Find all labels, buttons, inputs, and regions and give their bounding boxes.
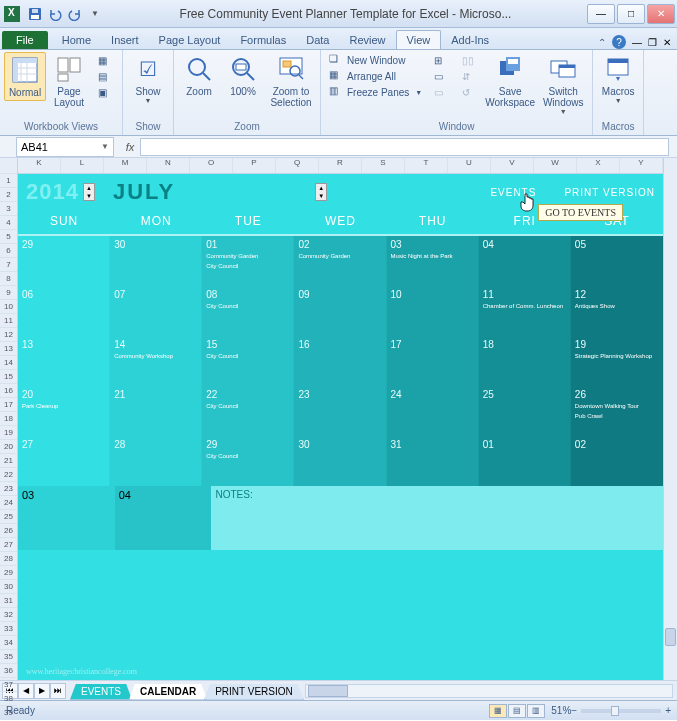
hscroll-thumb[interactable] [308,685,348,697]
zoom-button[interactable]: Zoom [178,52,220,99]
calendar-cell[interactable]: 13 [18,336,110,386]
calendar-cell[interactable]: 27 [18,436,110,486]
column-header[interactable]: V [491,158,534,173]
calendar-cell[interactable]: 04 [115,486,212,550]
year-spinner[interactable]: ▲▼ [83,183,95,201]
column-header[interactable]: Y [620,158,663,173]
tab-data[interactable]: Data [296,31,339,49]
qat-dropdown-icon[interactable]: ▼ [86,5,104,23]
reset-window-button[interactable]: ↺ [458,86,480,102]
view-page-break-button[interactable]: ▥ [527,704,545,718]
column-header[interactable]: M [104,158,147,173]
column-header[interactable]: O [190,158,233,173]
calendar-cell[interactable]: 18 [479,336,571,386]
zoom-out-button[interactable]: − [571,705,577,716]
row-header[interactable]: 30 [0,580,17,594]
tab-insert[interactable]: Insert [101,31,149,49]
row-header[interactable]: 1 [0,174,17,188]
name-box[interactable]: AB41 ▼ [16,137,114,157]
help-icon[interactable]: ? [612,35,626,49]
hide-button[interactable]: ▭ [430,70,452,86]
row-header[interactable]: 33 [0,622,17,636]
custom-views-button[interactable]: ▤ [94,70,116,86]
calendar-cell[interactable]: 11Chamber of Comm. Luncheon [479,286,571,336]
calendar-cell[interactable]: 07 [110,286,202,336]
calendar-cell[interactable]: 24 [387,386,479,436]
row-header[interactable]: 26 [0,524,17,538]
full-screen-button[interactable]: ▣ [94,86,116,102]
row-header[interactable]: 16 [0,384,17,398]
row-header[interactable]: 19 [0,426,17,440]
calendar-cell[interactable]: 21 [110,386,202,436]
row-header[interactable]: 4 [0,216,17,230]
tab-file[interactable]: File [2,31,48,49]
switch-windows-button[interactable]: Switch Windows ▼ [538,52,588,117]
doc-restore-button[interactable]: ❐ [648,37,657,48]
row-header[interactable]: 17 [0,398,17,412]
view-side-by-side-button[interactable]: ▯▯ [458,54,480,70]
row-header[interactable]: 12 [0,328,17,342]
tab-home[interactable]: Home [52,31,101,49]
calendar-cell[interactable]: 25 [479,386,571,436]
view-normal-button[interactable]: ▦ [489,704,507,718]
row-header[interactable]: 38 [0,692,17,706]
calendar-cell[interactable]: 01 [479,436,571,486]
calendar-cell[interactable]: 06 [18,286,110,336]
tab-nav-last[interactable]: ⏭ [50,683,66,699]
notes-area[interactable]: NOTES: [211,486,663,550]
row-header[interactable]: 25 [0,510,17,524]
zoom-slider[interactable] [581,709,661,713]
calendar-cell[interactable]: 22City Council [202,386,294,436]
row-header[interactable]: 3 [0,202,17,216]
calendar-cell[interactable]: 03Music Night at the Park [387,236,479,286]
calendar-cell[interactable]: 09 [294,286,386,336]
print-version-link[interactable]: PRINT VERSION [564,187,655,198]
row-header[interactable] [0,158,17,174]
calendar-cell[interactable]: 30 [294,436,386,486]
name-box-dropdown-icon[interactable]: ▼ [101,142,109,151]
calendar-cell[interactable]: 04 [479,236,571,286]
calendar-cell[interactable]: 10 [387,286,479,336]
row-header[interactable]: 13 [0,342,17,356]
row-header[interactable]: 21 [0,454,17,468]
row-header[interactable]: 31 [0,594,17,608]
zoom-selection-button[interactable]: Zoom to Selection [266,52,316,110]
row-header[interactable]: 14 [0,356,17,370]
calendar-cell[interactable]: 30 [110,236,202,286]
tab-addins[interactable]: Add-Ins [441,31,499,49]
row-header[interactable]: 5 [0,230,17,244]
row-header[interactable]: 8 [0,272,17,286]
calendar-cell[interactable]: 02 [571,436,663,486]
calendar-cell[interactable]: 05 [571,236,663,286]
column-header[interactable]: N [147,158,190,173]
row-header[interactable]: 20 [0,440,17,454]
row-header[interactable]: 34 [0,636,17,650]
sheet-tab-calendar[interactable]: CALENDAR [129,684,207,700]
row-header[interactable]: 15 [0,370,17,384]
calendar-cell[interactable]: 20Park Cleanup [18,386,110,436]
freeze-panes-button[interactable]: ▥Freeze Panes▼ [325,84,426,100]
row-header[interactable]: 7 [0,258,17,272]
tab-page-layout[interactable]: Page Layout [149,31,231,49]
view-page-layout-button[interactable]: ▤ [508,704,526,718]
sync-scroll-button[interactable]: ⇵ [458,70,480,86]
tab-nav-next[interactable]: ▶ [34,683,50,699]
show-button[interactable]: ☑ Show ▼ [127,52,169,106]
doc-minimize-button[interactable]: — [632,37,642,48]
column-header[interactable]: L [61,158,104,173]
sheet-tab-events[interactable]: EVENTS [70,684,132,700]
calendar-cell[interactable]: 12Antiques Show [571,286,663,336]
page-layout-button[interactable]: Page Layout [48,52,90,110]
column-header[interactable]: R [319,158,362,173]
calendar-cell[interactable]: 01Community GardenCity Council [202,236,294,286]
tab-formulas[interactable]: Formulas [230,31,296,49]
row-header[interactable]: 37 [0,678,17,692]
row-header[interactable]: 32 [0,608,17,622]
save-icon[interactable] [26,5,44,23]
row-header[interactable]: 29 [0,566,17,580]
calendar-cell[interactable]: 19Strategic Planning Workshop [571,336,663,386]
undo-icon[interactable] [46,5,64,23]
calendar-cell[interactable]: 31 [387,436,479,486]
calendar-cell[interactable]: 14Community Workshop [110,336,202,386]
row-header[interactable]: 35 [0,650,17,664]
